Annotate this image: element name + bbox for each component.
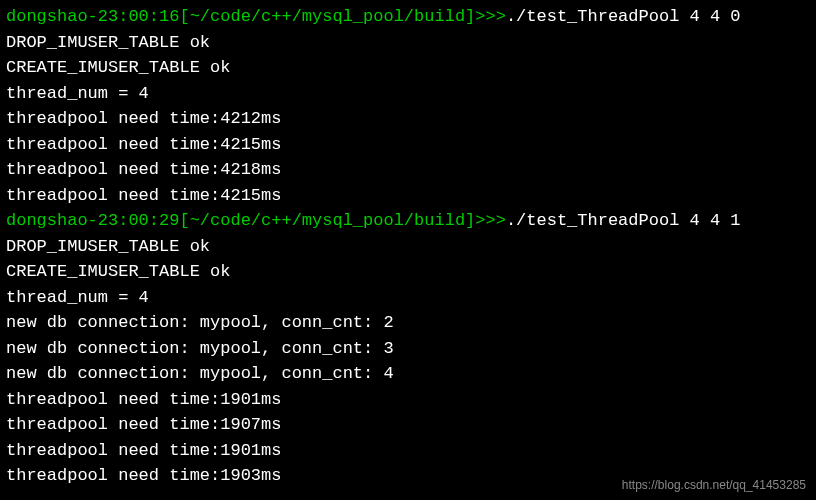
terminal-line: dongshao-23:00:16[~/code/c++/mysql_pool/… xyxy=(6,4,810,30)
prompt-path: [~/code/c++/mysql_pool/build] xyxy=(179,7,475,26)
terminal-line: dongshao-23:00:29[~/code/c++/mysql_pool/… xyxy=(6,208,810,234)
terminal-line: new db connection: mypool, conn_cnt: 2 xyxy=(6,310,810,336)
prompt-arrow: >>> xyxy=(475,211,506,230)
output-text: threadpool need time:4215ms xyxy=(6,135,281,154)
watermark-text: https://blog.csdn.net/qq_41453285 xyxy=(622,476,806,494)
output-text: threadpool need time:1903ms xyxy=(6,466,281,485)
output-text: new db connection: mypool, conn_cnt: 3 xyxy=(6,339,394,358)
output-text: new db connection: mypool, conn_cnt: 2 xyxy=(6,313,394,332)
terminal-window[interactable]: dongshao-23:00:16[~/code/c++/mysql_pool/… xyxy=(6,4,810,489)
output-text: thread_num = 4 xyxy=(6,84,149,103)
terminal-line: threadpool need time:1901ms xyxy=(6,438,810,464)
terminal-line: threadpool need time:1907ms xyxy=(6,412,810,438)
output-text: DROP_IMUSER_TABLE ok xyxy=(6,237,210,256)
output-text: threadpool need time:1907ms xyxy=(6,415,281,434)
command-text: ./test_ThreadPool 4 4 1 xyxy=(506,211,741,230)
terminal-line: threadpool need time:4212ms xyxy=(6,106,810,132)
terminal-line: threadpool need time:4215ms xyxy=(6,183,810,209)
output-text: new db connection: mypool, conn_cnt: 4 xyxy=(6,364,394,383)
terminal-line: CREATE_IMUSER_TABLE ok xyxy=(6,259,810,285)
terminal-line: DROP_IMUSER_TABLE ok xyxy=(6,30,810,56)
terminal-line: threadpool need time:4218ms xyxy=(6,157,810,183)
output-text: CREATE_IMUSER_TABLE ok xyxy=(6,58,230,77)
prompt-path: [~/code/c++/mysql_pool/build] xyxy=(179,211,475,230)
output-text: threadpool need time:1901ms xyxy=(6,441,281,460)
prompt-user-time: dongshao-23:00:29 xyxy=(6,211,179,230)
terminal-line: DROP_IMUSER_TABLE ok xyxy=(6,234,810,260)
output-text: threadpool need time:1901ms xyxy=(6,390,281,409)
terminal-line: new db connection: mypool, conn_cnt: 4 xyxy=(6,361,810,387)
output-text: CREATE_IMUSER_TABLE ok xyxy=(6,262,230,281)
terminal-line: thread_num = 4 xyxy=(6,81,810,107)
prompt-user-time: dongshao-23:00:16 xyxy=(6,7,179,26)
output-text: DROP_IMUSER_TABLE ok xyxy=(6,33,210,52)
terminal-line: new db connection: mypool, conn_cnt: 3 xyxy=(6,336,810,362)
terminal-line: thread_num = 4 xyxy=(6,285,810,311)
output-text: threadpool need time:4215ms xyxy=(6,186,281,205)
prompt-arrow: >>> xyxy=(475,7,506,26)
output-text: thread_num = 4 xyxy=(6,288,149,307)
output-text: threadpool need time:4218ms xyxy=(6,160,281,179)
command-text: ./test_ThreadPool 4 4 0 xyxy=(506,7,741,26)
terminal-line: CREATE_IMUSER_TABLE ok xyxy=(6,55,810,81)
terminal-line: threadpool need time:4215ms xyxy=(6,132,810,158)
terminal-line: threadpool need time:1901ms xyxy=(6,387,810,413)
output-text: threadpool need time:4212ms xyxy=(6,109,281,128)
